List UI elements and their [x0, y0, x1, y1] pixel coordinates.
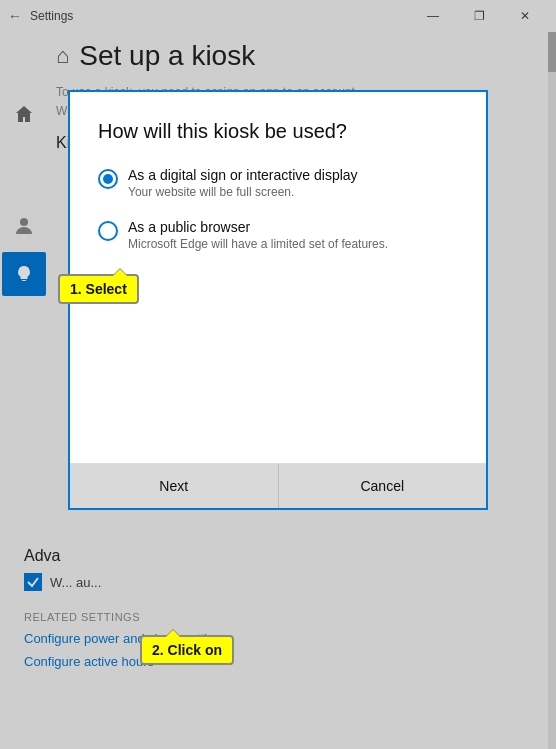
radio-option-1-text: As a digital sign or interactive display…	[128, 167, 358, 199]
radio-option-public-browser[interactable]: As a public browser Microsoft Edge will …	[98, 219, 458, 251]
radio-option-2-desc: Microsoft Edge will have a limited set o…	[128, 237, 388, 251]
radio-circle-public-browser	[98, 221, 118, 241]
cancel-button[interactable]: Cancel	[279, 464, 487, 508]
modal-overlay: How will this kiosk be used? As a digita…	[0, 0, 556, 749]
radio-option-2-label: As a public browser	[128, 219, 388, 235]
radio-option-1-label: As a digital sign or interactive display	[128, 167, 358, 183]
radio-option-2-text: As a public browser Microsoft Edge will …	[128, 219, 388, 251]
next-button[interactable]: Next	[70, 464, 279, 508]
callout-select: 1. Select	[58, 274, 139, 304]
radio-circle-digital-sign	[98, 169, 118, 189]
modal-title: How will this kiosk be used?	[98, 120, 458, 143]
radio-option-digital-sign[interactable]: As a digital sign or interactive display…	[98, 167, 458, 199]
modal-footer: Next Cancel	[70, 463, 486, 508]
radio-option-1-desc: Your website will be full screen.	[128, 185, 358, 199]
callout-click: 2. Click on	[140, 635, 234, 665]
